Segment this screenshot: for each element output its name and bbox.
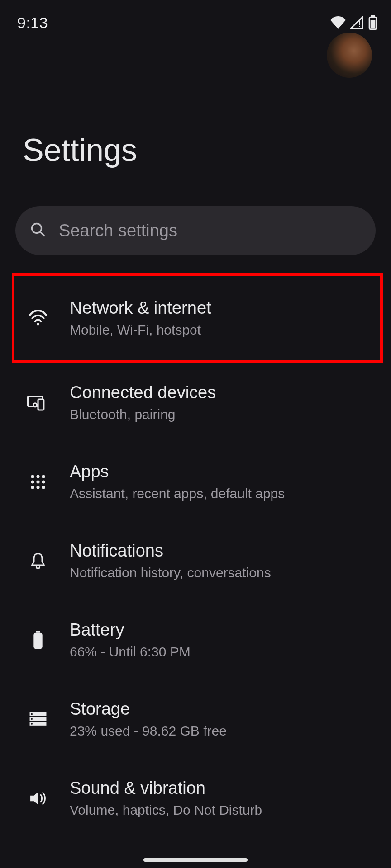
setting-title: Connected devices [70,383,216,402]
sound-icon [24,790,52,807]
apps-icon [24,474,52,490]
svg-point-6 [37,323,39,326]
svg-point-17 [36,486,39,489]
header: Settings [0,33,391,186]
svg-rect-8 [38,399,44,410]
battery-icon [368,15,377,30]
devices-icon [24,395,52,411]
battery-icon [24,631,52,650]
setting-title: Sound & vibration [70,778,262,798]
svg-rect-3 [371,20,376,28]
svg-point-18 [42,486,45,489]
svg-line-5 [40,232,44,236]
search-placeholder: Search settings [59,221,177,241]
profile-avatar[interactable] [327,33,372,78]
svg-text:!: ! [358,20,361,29]
status-icons: ! [330,15,377,30]
setting-subtitle: 23% used - 98.62 GB free [70,723,227,739]
setting-title: Battery [70,620,191,640]
settings-item-storage[interactable]: Storage 23% used - 98.62 GB free [0,679,391,759]
svg-rect-20 [33,632,42,649]
settings-item-battery[interactable]: Battery 66% - Until 6:30 PM [0,600,391,679]
settings-item-network[interactable]: Network & internet Mobile, Wi-Fi, hotspo… [0,273,391,363]
status-bar: 9:13 ! [0,0,391,33]
settings-item-notifications[interactable]: Notifications Notification history, conv… [0,521,391,600]
svg-point-11 [36,475,39,478]
signal-icon: ! [350,16,364,29]
navigation-handle[interactable] [143,858,248,862]
setting-subtitle: Volume, haptics, Do Not Disturb [70,802,262,818]
setting-title: Network & internet [70,298,211,318]
svg-point-10 [31,475,34,478]
setting-subtitle: Assistant, recent apps, default apps [70,486,285,501]
storage-icon [24,711,52,727]
svg-point-26 [31,723,33,725]
settings-item-apps[interactable]: Apps Assistant, recent apps, default app… [0,442,391,521]
setting-title: Storage [70,699,227,719]
setting-title: Notifications [70,541,271,561]
svg-point-9 [33,403,37,406]
search-icon [30,222,46,240]
setting-subtitle: 66% - Until 6:30 PM [70,644,191,660]
settings-list: Network & internet Mobile, Wi-Fi, hotspo… [0,273,391,830]
svg-point-25 [31,718,33,720]
wifi-icon [24,310,52,326]
svg-point-16 [31,486,34,489]
settings-item-sound[interactable]: Sound & vibration Volume, haptics, Do No… [0,759,391,830]
svg-point-24 [31,713,33,715]
bell-icon [24,552,52,570]
svg-point-15 [42,480,45,483]
svg-point-13 [31,480,34,483]
settings-item-connected-devices[interactable]: Connected devices Bluetooth, pairing [0,363,391,442]
setting-subtitle: Mobile, Wi-Fi, hotspot [70,322,211,338]
status-time: 9:13 [17,14,48,32]
page-title: Settings [23,132,373,168]
svg-point-14 [36,480,39,483]
wifi-icon [330,16,346,29]
setting-subtitle: Bluetooth, pairing [70,407,216,422]
svg-rect-19 [36,631,40,633]
search-settings[interactable]: Search settings [15,206,376,255]
setting-title: Apps [70,462,285,481]
setting-subtitle: Notification history, conversations [70,565,271,580]
svg-point-12 [42,475,45,478]
